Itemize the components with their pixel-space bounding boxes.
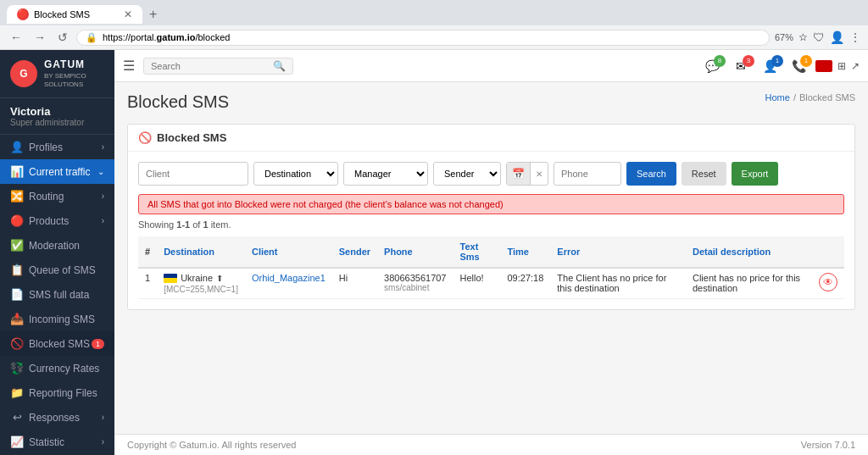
forward-button[interactable]: → (31, 29, 49, 46)
network-upload-icon: ⬆ (216, 274, 223, 283)
table-row: 1 Ukraine (138, 268, 844, 299)
sidebar-item-responses[interactable]: ↩Responses › (0, 405, 114, 430)
panel-body: Destination Manager Sender 📅 ✕ (128, 152, 854, 309)
sidebar-menu: 👤Profiles › 📊Current traffic ⌄ 🔀Routing … (0, 135, 114, 455)
manager-filter-select[interactable]: Manager (343, 162, 428, 186)
sidebar-item-reporting[interactable]: 📁Reporting Files (0, 380, 114, 405)
language-flag[interactable] (815, 60, 832, 72)
sidebar-item-sms-full[interactable]: 📄SMS full data (0, 282, 114, 307)
date-picker[interactable]: 📅 ✕ (506, 162, 548, 186)
grid-view-icon[interactable]: ⊞ (837, 60, 846, 72)
sidebar-item-profiles[interactable]: 👤Profiles › (0, 135, 114, 159)
sidebar-item-statistic[interactable]: 📈Statistic › (0, 430, 114, 454)
search-input[interactable] (151, 61, 270, 71)
user-badge: 1 (771, 55, 783, 67)
col-destination[interactable]: Destination (157, 236, 245, 268)
hamburger-menu-button[interactable]: ☰ (123, 58, 135, 74)
client-link[interactable]: Orhid_Magazine1 (252, 273, 326, 283)
copyright-text: Copyright © Gatum.io. All rights reserve… (127, 440, 296, 450)
sidebar-item-currency[interactable]: 💱Currency Rates (0, 356, 114, 380)
sidebar-item-current-traffic[interactable]: 📊Current traffic ⌄ (0, 159, 114, 184)
bookmark-icon[interactable]: ☆ (798, 31, 808, 43)
chevron-right-icon: › (102, 413, 104, 422)
view-detail-button[interactable]: 👁 (819, 273, 837, 291)
col-time[interactable]: Time (500, 236, 550, 268)
back-button[interactable]: ← (7, 29, 25, 46)
breadcrumb: Home / Blocked SMS (765, 92, 855, 103)
profiles-icon: 👤 (10, 141, 24, 153)
phone-icon-button[interactable]: 📞1 (787, 57, 810, 75)
breadcrumb-home-link[interactable]: Home (765, 92, 790, 103)
sidebar-user: Victoria Super administrator (0, 98, 114, 135)
logo-text: GATUM BY SEMPICO SOLUTIONS (44, 58, 104, 89)
tab-close-button[interactable]: ✕ (124, 8, 132, 20)
mail-icon-button[interactable]: ✉3 (729, 57, 753, 75)
browser-chrome: 🔴 Blocked SMS ✕ + ← → ↺ 🔒 https://portal… (0, 0, 868, 50)
col-error[interactable]: Error (550, 236, 686, 268)
sidebar-item-routing[interactable]: 🔀Routing › (0, 184, 114, 208)
refresh-button[interactable]: ↺ (54, 29, 71, 46)
security-icon: 🔒 (86, 32, 97, 43)
cell-num: 1 (138, 268, 157, 299)
menu-icon[interactable]: ⋮ (849, 31, 861, 44)
reporting-icon: 📁 (10, 386, 24, 399)
chevron-right-icon: › (102, 216, 104, 225)
cell-text-sms: Hello! (453, 268, 501, 299)
chevron-right-icon: › (102, 191, 104, 201)
sidebar: G GATUM BY SEMPICO SOLUTIONS Victoria Su… (0, 50, 114, 455)
phone-filter-input[interactable] (554, 162, 621, 186)
chat-badge: 8 (714, 55, 726, 67)
col-num: # (138, 236, 157, 268)
username-label: Victoria (10, 105, 104, 118)
search-button[interactable]: Search (626, 162, 676, 186)
blocked-icon: 🚫 (10, 337, 24, 350)
sender-filter-select[interactable]: Sender (433, 162, 501, 186)
cell-time: 09:27:18 (500, 268, 550, 299)
active-tab[interactable]: 🔴 Blocked SMS ✕ (7, 5, 142, 24)
sidebar-item-blocked[interactable]: 🚫Blocked SMS 1 (0, 331, 114, 356)
blocked-panel-icon: 🚫 (138, 131, 152, 144)
reporting-label: Reporting Files (29, 387, 97, 399)
reset-button[interactable]: Reset (682, 162, 726, 186)
col-sender[interactable]: Sender (332, 236, 377, 268)
logo-icon: G (10, 60, 37, 87)
queue-icon: 📋 (10, 264, 24, 276)
export-button[interactable]: Export (732, 162, 779, 186)
url-display: https://portal.gatum.io/blocked (103, 32, 230, 42)
destination-filter-select[interactable]: Destination (253, 162, 338, 186)
client-filter-input[interactable] (138, 162, 248, 186)
user-role-label: Super administrator (10, 118, 104, 127)
blocked-sms-panel: 🚫 Blocked SMS Destination Manager (127, 124, 855, 310)
extensions-icon[interactable]: 🛡 (813, 31, 825, 44)
responses-label: Responses (29, 412, 80, 424)
queue-label: Queue of SMS (29, 264, 96, 276)
sidebar-item-moderation[interactable]: ✅Moderation (0, 233, 114, 258)
chevron-down-icon: ⌄ (97, 167, 104, 176)
sidebar-item-products[interactable]: 🔴Products › (0, 208, 114, 233)
panel-title: Blocked SMS (157, 131, 226, 144)
panel-header: 🚫 Blocked SMS (128, 125, 854, 152)
date-clear-button[interactable]: ✕ (531, 166, 548, 182)
profiles-label: Profiles (29, 141, 63, 153)
cell-error: The Client has no price for this destina… (550, 268, 686, 299)
chat-icon-button[interactable]: 💬8 (700, 57, 724, 75)
sidebar-item-incoming[interactable]: 📥Incoming SMS (0, 307, 114, 331)
cell-sender: Hi (332, 268, 377, 299)
statistic-icon: 📈 (10, 436, 24, 448)
header-search-container: 🔍 (143, 58, 293, 75)
col-detail[interactable]: Detail description (686, 236, 812, 268)
footer: Copyright © Gatum.io. All rights reserve… (114, 434, 868, 455)
sidebar-item-queue[interactable]: 📋Queue of SMS (0, 258, 114, 282)
col-text-sms[interactable]: Text Sms (453, 236, 501, 268)
user-icon-button[interactable]: 👤1 (758, 57, 782, 75)
logout-icon[interactable]: ↗ (851, 60, 860, 72)
incoming-label: Incoming SMS (29, 314, 95, 325)
header-left: ☰ 🔍 (123, 58, 293, 75)
col-client[interactable]: Client (245, 236, 332, 268)
cell-destination: Ukraine ⬆ [MCC=255,MNC=1] (157, 268, 245, 299)
address-bar[interactable]: 🔒 https://portal.gatum.io/blocked (76, 30, 770, 46)
breadcrumb-separator: / (793, 92, 796, 103)
col-phone[interactable]: Phone (377, 236, 453, 268)
new-tab-button[interactable]: + (142, 3, 164, 25)
profile-icon[interactable]: 👤 (830, 31, 844, 44)
